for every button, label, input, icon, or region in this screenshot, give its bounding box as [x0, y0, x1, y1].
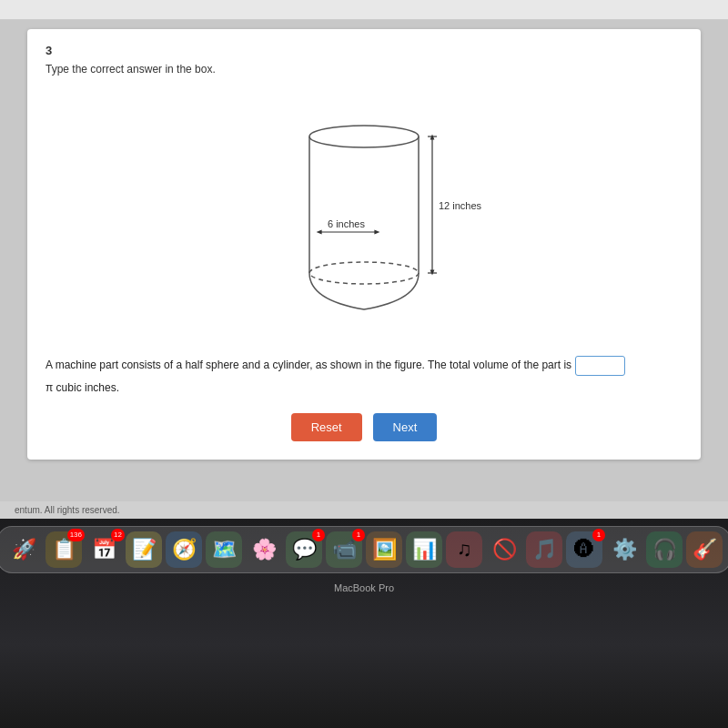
next-button[interactable]: Next	[373, 413, 438, 441]
question-card: 3 Type the correct answer in the box.	[27, 29, 701, 460]
dock-icon-photos[interactable]: 🌸	[246, 531, 282, 568]
dock-icon-spotify[interactable]: 🎧	[646, 531, 682, 568]
dock-icon-launchpad[interactable]: 🚀	[5, 531, 42, 568]
dock: 🚀📋136📅12📝🧭🗺️🌸💬1📹1🖼️📊♫🚫🎵🅐1⚙️🎧🎸	[0, 526, 728, 573]
question-instruction: Type the correct answer in the box.	[46, 63, 682, 76]
dock-icon-numbers[interactable]: 📊	[406, 531, 442, 568]
dock-icon-music[interactable]: ♫	[446, 531, 482, 568]
macbook-label: MacBook Pro	[334, 582, 394, 593]
dock-icon-safari[interactable]: 🧭	[166, 531, 202, 568]
dock-icon-notes[interactable]: 📝	[126, 531, 162, 568]
dock-icon-facetime[interactable]: 📹1	[326, 531, 362, 568]
svg-text:6 inches: 6 inches	[328, 218, 365, 229]
dock-icon-appstore[interactable]: 🅐1	[566, 531, 602, 568]
button-row: Reset Next	[46, 413, 682, 441]
footer-text: entum. All rights reserved.	[15, 505, 120, 515]
dock-icon-notefile[interactable]: 📋136	[46, 531, 82, 568]
dock-icon-messages[interactable]: 💬1	[286, 531, 322, 568]
svg-point-3	[309, 262, 419, 284]
screen: 3 Type the correct answer in the box.	[0, 0, 728, 519]
dock-badge-facetime: 1	[352, 529, 365, 541]
question-number: 3	[46, 44, 682, 57]
dock-badge-appstore: 1	[592, 529, 605, 541]
taskbar: 🚀📋136📅12📝🧭🗺️🌸💬1📹1🖼️📊♫🚫🎵🅐1⚙️🎧🎸 MacBook Pr…	[0, 519, 728, 728]
dock-badge-notefile: 136	[67, 529, 85, 541]
svg-text:12 inches: 12 inches	[439, 200, 482, 211]
dock-icon-blocker[interactable]: 🚫	[486, 531, 522, 568]
dock-icon-calendar[interactable]: 📅12	[86, 531, 122, 568]
diagram-container: 6 inches 12 inches	[46, 86, 682, 341]
menu-bar	[0, 0, 728, 20]
content-area: 3 Type the correct answer in the box.	[0, 20, 728, 501]
dock-icon-systemprefs[interactable]: ⚙️	[606, 531, 642, 568]
svg-point-0	[309, 126, 419, 147]
dock-icon-preview[interactable]: 🖼️	[366, 531, 402, 568]
problem-text: A machine part consists of a half sphere…	[46, 356, 682, 397]
dock-badge-calendar: 12	[111, 529, 125, 541]
dock-icon-garageband[interactable]: 🎸	[686, 531, 723, 568]
problem-text-before: A machine part consists of a half sphere…	[46, 357, 571, 374]
answer-input[interactable]	[575, 356, 625, 376]
cylinder-diagram: 6 inches 12 inches	[218, 86, 510, 341]
reset-button[interactable]: Reset	[291, 413, 362, 441]
dock-icon-maps[interactable]: 🗺️	[206, 531, 242, 568]
dock-icon-itunes[interactable]: 🎵	[526, 531, 562, 568]
footer: entum. All rights reserved.	[0, 501, 728, 519]
dock-badge-messages: 1	[312, 529, 325, 541]
problem-text-after: π cubic inches.	[46, 379, 119, 397]
